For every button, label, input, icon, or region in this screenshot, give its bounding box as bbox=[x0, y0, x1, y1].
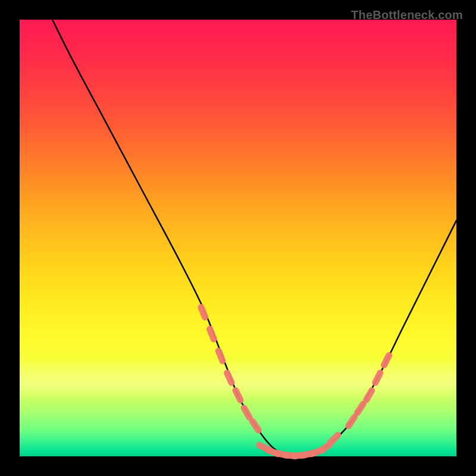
highlight-bead bbox=[384, 355, 389, 365]
highlight-bead bbox=[201, 307, 205, 317]
main-curve-path bbox=[52, 20, 456, 458]
highlight-bead bbox=[210, 329, 214, 339]
highlight-bead bbox=[349, 417, 355, 426]
highlight-bead bbox=[330, 435, 338, 443]
plot-area bbox=[20, 20, 456, 456]
highlight-bead bbox=[227, 373, 231, 383]
highlight-bead bbox=[367, 390, 372, 400]
highlight-bead bbox=[218, 351, 223, 361]
highlight-bead bbox=[236, 390, 240, 400]
highlight-bead bbox=[252, 421, 258, 430]
series-container bbox=[52, 20, 456, 458]
chart-svg bbox=[20, 20, 456, 456]
highlight-bead bbox=[321, 444, 330, 451]
highlight-bead bbox=[358, 404, 364, 413]
chart-frame: TheBottleneck.com bbox=[10, 10, 466, 466]
highlight-bead bbox=[375, 373, 380, 383]
highlight-bead bbox=[244, 408, 249, 418]
